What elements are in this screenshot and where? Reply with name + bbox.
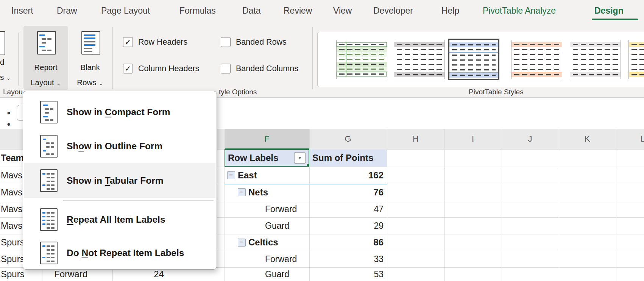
chevron-down-icon: ⌄ xyxy=(56,80,61,86)
pivot-style-thumbnail-yellow[interactable] xyxy=(628,40,644,79)
banded-rows-option[interactable]: Banded Rows xyxy=(221,37,287,47)
tab-pivottable-analyze[interactable]: PivotTable Analyze xyxy=(483,0,556,21)
active-tab-underline xyxy=(592,19,638,20)
report-layout-button[interactable]: Report Layout ⌄ xyxy=(23,26,68,90)
pivot-row-value[interactable]: 47 xyxy=(374,201,384,217)
clipped-ribbon-button-line2[interactable]: s ⌄ xyxy=(0,73,11,82)
tab-insert[interactable]: Insert xyxy=(11,0,33,21)
column-header-H[interactable]: H xyxy=(404,129,427,149)
pivot-style-thumbnail-peach[interactable] xyxy=(511,40,562,79)
style-thumbnail-row xyxy=(394,47,444,52)
collapse-button[interactable]: − xyxy=(227,171,235,179)
menu-item-show-in-tabular-form[interactable]: Show in Tabular Form xyxy=(24,163,215,198)
style-thumbnail-row xyxy=(511,67,562,72)
style-thumbnail-row xyxy=(394,72,444,77)
tab-formulas[interactable]: Formulas xyxy=(179,0,216,21)
ribbon-separator xyxy=(18,33,19,86)
banded-columns-checkbox[interactable] xyxy=(221,64,231,73)
column-header-G[interactable]: G xyxy=(337,129,359,149)
team-cell[interactable]: Mavs xyxy=(1,167,22,184)
menu-item-show-in-compact-form[interactable]: Show in Compact Form xyxy=(24,95,215,129)
filter-dropdown-button[interactable]: ▼ xyxy=(294,152,306,164)
pivot-row-value[interactable]: 29 xyxy=(374,217,384,234)
pivot-row-forward-2[interactable]: Forward 33 xyxy=(225,251,387,267)
banded-columns-option[interactable]: Banded Columns xyxy=(221,64,298,73)
column-headers-checkbox[interactable]: ✓ xyxy=(123,64,133,73)
style-thumbnail-row xyxy=(337,42,387,47)
style-thumbnail-row xyxy=(449,67,498,73)
collapse-button[interactable]: − xyxy=(238,239,246,247)
team-header-cell[interactable]: Team xyxy=(1,149,24,167)
menu-item-label: Do Not Repeat Item Labels xyxy=(67,248,184,258)
team-cell[interactable]: Spurs xyxy=(1,251,25,267)
tab-page-layout[interactable]: Page Layout xyxy=(101,0,150,21)
pivot-style-thumbnail-gray[interactable] xyxy=(394,40,445,79)
collapse-button[interactable]: − xyxy=(238,188,246,196)
tab-review[interactable]: Review xyxy=(284,0,312,21)
ribbon-separator xyxy=(112,27,113,89)
column-header-K[interactable]: K xyxy=(576,129,599,149)
clipped-ribbon-button[interactable]: d xyxy=(0,58,4,67)
blank-rows-button[interactable]: Blank Rows ⌄ xyxy=(70,26,110,90)
style-thumbnail-row xyxy=(449,62,498,67)
tab-design[interactable]: Design xyxy=(594,0,624,21)
row-headers-checkbox[interactable]: ✓ xyxy=(123,37,133,47)
column-header-I[interactable]: I xyxy=(462,129,484,149)
style-thumbnail-row xyxy=(511,62,562,67)
pivot-style-thumbnail-light[interactable] xyxy=(570,40,621,79)
do-not-repeat-item-labels-icon xyxy=(40,242,58,264)
style-thumbnail-row xyxy=(337,47,387,52)
style-thumbnail-row xyxy=(511,57,562,62)
selection-fill-handle[interactable] xyxy=(306,164,309,167)
pivot-row-value[interactable]: 33 xyxy=(374,251,384,267)
kebab-menu-icon[interactable]: ••• xyxy=(5,107,12,119)
column-headers-option[interactable]: ✓ Column Headers xyxy=(123,64,199,73)
pivot-row-value[interactable]: 53 xyxy=(374,267,384,281)
style-thumbnail-row xyxy=(570,72,621,77)
pivot-row-east[interactable]: − East 162 xyxy=(225,167,387,184)
team-cell[interactable]: Spurs xyxy=(1,234,25,251)
team-cell[interactable]: Mavs xyxy=(1,217,22,234)
tab-draw[interactable]: Draw xyxy=(57,0,77,21)
column-header-J[interactable]: J xyxy=(519,129,541,149)
pivot-row-nets[interactable]: − Nets 76 xyxy=(225,184,387,201)
row-labels-header-cell[interactable]: Row Labels ▼ xyxy=(225,149,309,167)
repeat-all-item-labels-icon xyxy=(40,208,58,231)
pivot-row-forward[interactable]: Forward 47 xyxy=(225,201,387,217)
blank-rows-label: Blank xyxy=(70,64,110,72)
banded-rows-checkbox[interactable] xyxy=(221,37,231,47)
sum-of-points-header-cell[interactable]: Sum of Points xyxy=(309,149,387,167)
pivot-row-label: Forward xyxy=(265,204,297,214)
menu-item-do-not-repeat-item-labels[interactable]: Do Not Repeat Item Labels xyxy=(24,237,215,269)
pivot-row-guard[interactable]: Guard 29 xyxy=(225,217,387,234)
pivot-row-value[interactable]: 76 xyxy=(373,184,384,201)
pivot-row-value[interactable]: 86 xyxy=(373,234,384,251)
column-header-F[interactable]: F xyxy=(256,129,278,149)
pivot-row-value[interactable]: 162 xyxy=(368,167,384,184)
style-thumbnail-row xyxy=(394,52,444,57)
pivot-row-guard-2[interactable]: Guard 53 xyxy=(225,267,387,281)
tab-help[interactable]: Help xyxy=(441,0,459,21)
pivot-style-thumbnail-blue-selected[interactable] xyxy=(448,39,499,80)
pivot-row-celtics[interactable]: − Celtics 86 xyxy=(225,234,387,251)
style-thumbnail-vline xyxy=(346,42,346,77)
style-thumbnail-row xyxy=(629,72,644,77)
team-cell[interactable]: Spurs xyxy=(1,267,25,281)
menu-item-repeat-all-item-labels[interactable]: Repeat All Item Labels xyxy=(24,203,215,237)
tab-view[interactable]: View xyxy=(333,0,352,21)
team-cell[interactable]: Mavs xyxy=(1,201,22,217)
column-header-L[interactable]: L xyxy=(632,129,644,149)
menu-item-show-in-outline-form[interactable]: Show in Outline Form xyxy=(24,129,215,163)
row-headers-option[interactable]: ✓ Row Headers xyxy=(123,37,187,47)
style-thumbnail-row xyxy=(449,47,498,53)
style-thumbnail-row xyxy=(449,58,498,62)
team-cell[interactable]: Mavs xyxy=(1,184,22,201)
style-thumbnail-row xyxy=(570,62,621,67)
tab-data[interactable]: Data xyxy=(242,0,261,21)
chevron-down-icon: ⌄ xyxy=(6,75,11,81)
pivottable-styles-gallery xyxy=(317,32,644,87)
banded-columns-label: Banded Columns xyxy=(236,64,298,73)
style-thumbnail-row xyxy=(337,52,387,57)
tab-developer[interactable]: Developer xyxy=(373,0,413,21)
pivot-style-thumbnail-green[interactable] xyxy=(336,40,387,79)
